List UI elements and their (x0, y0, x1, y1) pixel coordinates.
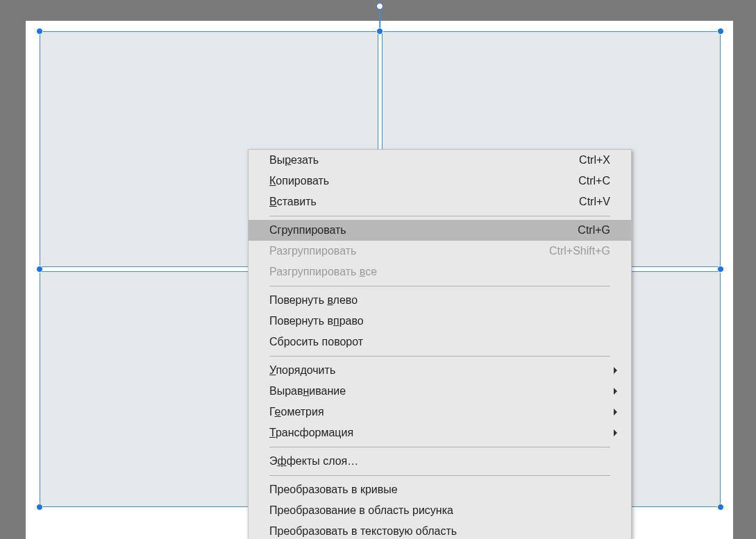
menu-item-12[interactable]: Упорядочить (249, 360, 631, 381)
menu-item-label: Сбросить поворот (269, 336, 617, 348)
menu-item-label: Разгруппировать все (269, 266, 617, 278)
menu-item-0[interactable]: ВырезатьCtrl+X (249, 150, 631, 171)
selection-handle-br[interactable] (717, 504, 724, 511)
menu-item-label: Преобразовать в кривые (269, 484, 617, 496)
menu-item-label: Разгруппировать (269, 245, 549, 257)
menu-item-2[interactable]: ВставитьCtrl+V (249, 191, 631, 212)
menu-item-6: Разгруппировать все (249, 262, 631, 282)
menu-item-17[interactable]: Эффекты слоя… (249, 451, 631, 472)
menu-item-1[interactable]: КопироватьCtrl+C (249, 171, 631, 191)
menu-separator (269, 286, 610, 286)
menu-item-4[interactable]: СгруппироватьCtrl+G (249, 220, 631, 241)
menu-item-10[interactable]: Сбросить поворот (249, 332, 631, 352)
selection-handle-tr[interactable] (717, 28, 724, 35)
chevron-right-icon (614, 388, 617, 395)
menu-item-label: Трансформация (269, 427, 617, 439)
menu-item-label: Выравнивание (269, 385, 617, 397)
menu-item-label: Повернуть вправо (269, 315, 617, 327)
menu-item-shortcut: Ctrl+C (578, 175, 610, 187)
rotation-handle[interactable] (376, 3, 383, 10)
selection-handle-bl[interactable] (36, 504, 43, 511)
menu-item-label: Преобразовать в текстовую область (269, 525, 617, 538)
menu-item-label: Упорядочить (269, 364, 617, 377)
menu-separator (269, 447, 610, 447)
menu-item-15[interactable]: Трансформация (249, 422, 631, 443)
menu-item-label: Вставить (269, 196, 579, 208)
menu-item-label: Вырезать (269, 154, 579, 166)
menu-item-label: Преобразование в область рисунка (269, 504, 617, 517)
menu-item-8[interactable]: Повернуть влево (249, 290, 631, 311)
selection-handle-tl[interactable] (36, 28, 43, 35)
chevron-right-icon (614, 429, 617, 436)
menu-item-label: Копировать (269, 175, 578, 187)
selection-handle-mr[interactable] (717, 266, 724, 273)
menu-item-21[interactable]: Преобразовать в текстовую область (249, 521, 631, 539)
selection-handle-tc[interactable] (376, 28, 383, 35)
selection-handle-ml[interactable] (36, 266, 43, 273)
menu-item-19[interactable]: Преобразовать в кривые (249, 479, 631, 500)
menu-item-5: РазгруппироватьCtrl+Shift+G (249, 241, 631, 262)
menu-item-label: Геометрия (269, 406, 617, 418)
menu-separator (269, 475, 610, 476)
menu-separator (269, 216, 610, 216)
menu-item-13[interactable]: Выравнивание (249, 381, 631, 402)
menu-item-9[interactable]: Повернуть вправо (249, 311, 631, 332)
menu-item-shortcut: Ctrl+X (579, 154, 610, 166)
menu-item-label: Сгруппировать (269, 224, 578, 237)
menu-item-20[interactable]: Преобразование в область рисунка (249, 500, 631, 521)
menu-item-14[interactable]: Геометрия (249, 402, 631, 422)
context-menu: ВырезатьCtrl+XКопироватьCtrl+CВставитьCt… (248, 149, 632, 539)
menu-item-label: Эффекты слоя… (269, 455, 617, 468)
menu-item-shortcut: Ctrl+V (579, 196, 610, 208)
menu-item-shortcut: Ctrl+G (578, 224, 610, 237)
menu-item-label: Повернуть влево (269, 294, 617, 307)
menu-separator (269, 356, 610, 357)
chevron-right-icon (614, 409, 617, 416)
menu-item-shortcut: Ctrl+Shift+G (549, 245, 610, 257)
chevron-right-icon (614, 367, 617, 374)
